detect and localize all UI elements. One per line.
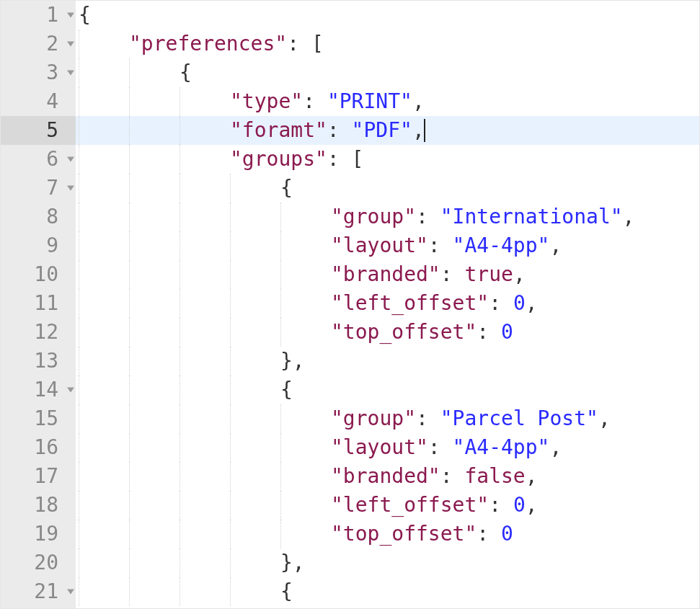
token-key: "layout" [331, 234, 428, 257]
indent-guide [280, 203, 331, 231]
line-number: 10 [1, 260, 76, 289]
indent-guide [129, 145, 180, 174]
line-number: 14 [1, 375, 76, 404]
code-line[interactable]: "group": "Parcel Post", [76, 404, 699, 433]
token-key: "group" [331, 205, 416, 228]
token-key: "group" [331, 406, 416, 430]
code-line[interactable]: { [76, 174, 699, 203]
token-string: "PDF" [352, 118, 412, 142]
line-number: 2 [1, 30, 76, 58]
token-number: 0 [501, 522, 513, 546]
line-number: 16 [1, 433, 76, 462]
indent-guide [129, 203, 180, 231]
line-number: 21 [1, 577, 76, 606]
indent-guide [180, 87, 230, 116]
code-line[interactable]: "preferences": [ [76, 30, 699, 58]
line-number-text: 16 [34, 435, 58, 459]
token-boolean: true [464, 262, 513, 286]
fold-toggle-icon[interactable] [67, 71, 74, 76]
code-line[interactable]: "layout": "A4-4pp", [76, 433, 699, 462]
token-punct: : [477, 320, 501, 344]
indent-guide [180, 520, 230, 548]
token-punct: : [477, 522, 501, 546]
token-punct: { [280, 579, 293, 603]
indent-guide [129, 491, 180, 520]
indent-guide [129, 548, 180, 577]
token-punct: , [549, 435, 562, 459]
indent-guide [79, 375, 129, 404]
line-number: 5 [1, 116, 76, 145]
indent-guide [129, 231, 180, 260]
code-line[interactable]: "branded": true, [76, 260, 699, 289]
indent-guide [280, 289, 331, 318]
line-number-text: 20 [34, 551, 58, 574]
code-line[interactable]: "top_offset": 0 [76, 520, 699, 548]
code-line[interactable]: }, [76, 548, 699, 577]
indent-guide [79, 404, 129, 433]
code-line[interactable]: { [76, 577, 699, 606]
code-line[interactable]: "group": "International", [76, 203, 699, 231]
indent-guide [79, 318, 129, 347]
token-punct: : [416, 205, 440, 228]
token-key: "preferences" [129, 32, 287, 55]
line-number-text: 6 [46, 147, 58, 171]
indent-guide [79, 145, 129, 174]
token-number: 0 [501, 320, 513, 344]
code-area[interactable]: {"preferences": [{"type": "PRINT","foram… [76, 1, 699, 608]
code-line[interactable]: { [76, 1, 699, 30]
indent-guide [280, 260, 331, 289]
token-number: 0 [513, 291, 526, 315]
indent-guide [180, 203, 230, 231]
line-number-gutter: 123456789101112131415161718192021 [1, 1, 76, 608]
token-punct: { [280, 176, 293, 200]
indent-guide [280, 462, 331, 491]
indent-guide [129, 289, 180, 318]
indent-guide [180, 116, 230, 145]
code-line[interactable]: { [76, 375, 699, 404]
fold-toggle-icon[interactable] [67, 186, 74, 191]
indent-guide [79, 462, 129, 491]
code-editor[interactable]: 123456789101112131415161718192021 {"pref… [0, 0, 700, 609]
line-number-text: 13 [34, 349, 58, 373]
code-line[interactable]: "branded": false, [76, 462, 699, 491]
code-line[interactable]: "foramt": "PDF", [76, 116, 699, 145]
code-line[interactable]: "left_offset": 0, [76, 289, 699, 318]
line-number: 13 [1, 347, 76, 375]
code-line[interactable]: "type": "PRINT", [76, 87, 699, 116]
fold-toggle-icon[interactable] [67, 42, 74, 47]
token-punct: : [327, 118, 352, 142]
indent-guide [280, 433, 331, 462]
line-number: 1 [1, 1, 76, 30]
indent-guide [230, 231, 280, 260]
indent-guide [180, 174, 230, 203]
line-number: 9 [1, 231, 76, 260]
line-number-text: 11 [34, 291, 58, 315]
indent-guide [79, 174, 129, 203]
fold-toggle-icon[interactable] [67, 388, 74, 393]
text-cursor [424, 119, 425, 142]
indent-guide [230, 491, 280, 520]
code-line[interactable]: "groups": [ [76, 145, 699, 174]
indent-guide [180, 145, 230, 174]
line-number-text: 9 [46, 234, 58, 257]
indent-guide [180, 433, 230, 462]
code-line[interactable]: "top_offset": 0 [76, 318, 699, 347]
line-number: 20 [1, 548, 76, 577]
fold-toggle-icon[interactable] [67, 157, 74, 162]
indent-guide [129, 462, 180, 491]
token-punct: : [287, 32, 311, 55]
token-key: "top_offset" [331, 522, 477, 546]
token-punct: { [280, 378, 293, 401]
line-number-text: 19 [34, 522, 58, 546]
indent-guide [79, 520, 129, 548]
token-string: "Parcel Post" [440, 406, 598, 430]
token-punct: : [489, 291, 513, 315]
code-line[interactable]: { [76, 58, 699, 87]
code-line[interactable]: "left_offset": 0, [76, 491, 699, 520]
fold-toggle-icon[interactable] [67, 13, 74, 18]
indent-guide [280, 231, 331, 260]
fold-toggle-icon[interactable] [67, 590, 74, 595]
line-number-text: 18 [34, 493, 58, 517]
code-line[interactable]: }, [76, 347, 699, 375]
code-line[interactable]: "layout": "A4-4pp", [76, 231, 699, 260]
